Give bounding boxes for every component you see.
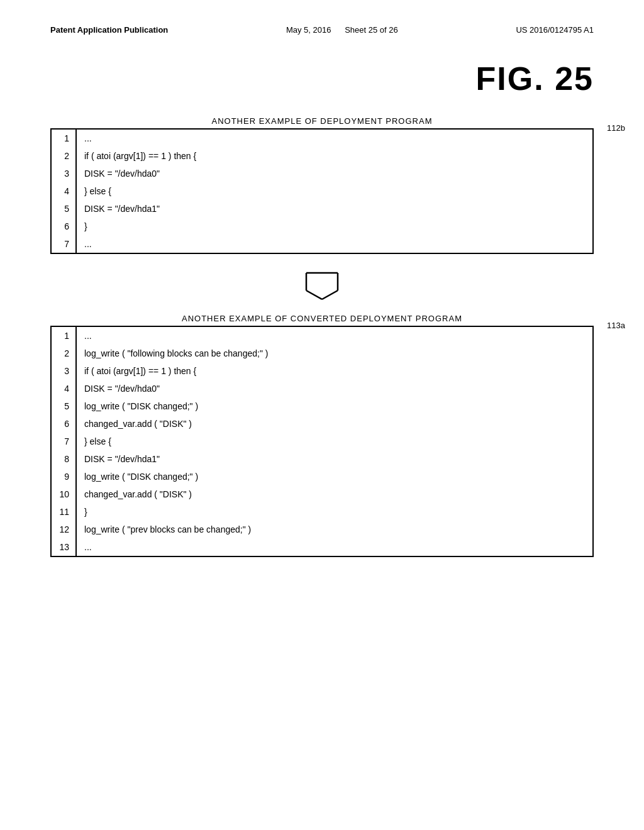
line-number: 1 [52, 130, 77, 147]
code-line: DISK = "/dev/hda1" [77, 200, 167, 218]
table-row: 2log_write ( "following blocks can be ch… [52, 345, 592, 362]
code-line: ... [77, 130, 99, 147]
line-number: 7 [52, 235, 77, 253]
code-line: DISK = "/dev/hda0" [77, 380, 167, 397]
code-line: ... [77, 327, 99, 345]
top-section: ANOTHER EXAMPLE OF DEPLOYMENT PROGRAM 1.… [50, 116, 594, 254]
bottom-ref-label: 113a [607, 321, 625, 330]
date: May 5, 2016 [286, 25, 331, 35]
table-row: 5 DISK = "/dev/hda1" [52, 200, 592, 218]
line-number: 3 [52, 165, 77, 182]
table-row: 7... [52, 235, 592, 253]
table-row: 4} else { [52, 182, 592, 200]
sheet-info: Sheet 25 of 26 [345, 25, 398, 35]
table-row: 13... [52, 538, 592, 556]
code-line: ... [77, 235, 99, 253]
table-row: 2if ( atoi (argv[1]) == 1 ) then { [52, 147, 592, 165]
table-row: 10 changed_var.add ( "DISK" ) [52, 485, 592, 503]
code-line: log_write ( "DISK changed;" ) [77, 468, 206, 485]
code-line: if ( atoi (argv[1]) == 1 ) then { [77, 147, 204, 165]
table-row: 6} [52, 218, 592, 235]
table-row: 4 DISK = "/dev/hda0" [52, 380, 592, 397]
arrow-connector [50, 267, 594, 301]
date-sheet: May 5, 2016 Sheet 25 of 26 [286, 25, 398, 35]
line-number: 3 [52, 362, 77, 380]
page: Patent Application Publication May 5, 20… [0, 0, 644, 830]
code-line: } [77, 503, 95, 521]
bottom-section: ANOTHER EXAMPLE OF CONVERTED DEPLOYMENT … [50, 314, 594, 557]
code-line: DISK = "/dev/hda0" [77, 165, 167, 182]
publication-label: Patent Application Publication [50, 25, 168, 35]
code-line: ... [77, 538, 99, 556]
line-number: 2 [52, 345, 77, 362]
table-row: 1... [52, 130, 592, 147]
svg-line-3 [306, 290, 322, 299]
bottom-section-label: ANOTHER EXAMPLE OF CONVERTED DEPLOYMENT … [50, 314, 594, 323]
bottom-code-box: 1...2log_write ( "following blocks can b… [50, 326, 594, 557]
top-section-label: ANOTHER EXAMPLE OF DEPLOYMENT PROGRAM [50, 116, 594, 126]
code-line: } [77, 218, 95, 235]
line-number: 1 [52, 327, 77, 345]
line-number: 12 [52, 521, 77, 538]
line-number: 6 [52, 218, 77, 235]
flow-arrow-icon [300, 267, 344, 301]
table-row: 3if ( atoi (argv[1]) == 1 ) then { [52, 362, 592, 380]
code-line: log_write ( "DISK changed;" ) [77, 397, 206, 415]
table-row: 12log_write ( "prev blocks can be change… [52, 521, 592, 538]
table-row: 1... [52, 327, 592, 345]
line-number: 8 [52, 450, 77, 468]
table-row: 3 DISK = "/dev/hda0" [52, 165, 592, 182]
line-number: 5 [52, 200, 77, 218]
line-number: 11 [52, 503, 77, 521]
patent-number: US 2016/0124795 A1 [516, 25, 594, 35]
code-line: } else { [77, 182, 119, 200]
table-row: 7} else { [52, 433, 592, 450]
code-line: changed_var.add ( "DISK" ) [77, 485, 199, 503]
line-number: 9 [52, 468, 77, 485]
page-header: Patent Application Publication May 5, 20… [50, 25, 594, 35]
code-line: if ( atoi (argv[1]) == 1 ) then { [77, 362, 204, 380]
code-line: } else { [77, 433, 119, 450]
code-line: log_write ( "following blocks can be cha… [77, 345, 275, 362]
line-number: 4 [52, 182, 77, 200]
line-number: 2 [52, 147, 77, 165]
table-row: 6 changed_var.add ( "DISK" ) [52, 415, 592, 433]
figure-title: FIG. 25 [50, 60, 594, 97]
table-row: 5 log_write ( "DISK changed;" ) [52, 397, 592, 415]
top-code-box: 1...2if ( atoi (argv[1]) == 1 ) then {3 … [50, 128, 594, 254]
line-number: 6 [52, 415, 77, 433]
line-number: 13 [52, 538, 77, 556]
code-line: changed_var.add ( "DISK" ) [77, 415, 199, 433]
line-number: 10 [52, 485, 77, 503]
line-number: 5 [52, 397, 77, 415]
top-ref-label: 112b [607, 123, 625, 133]
line-number: 4 [52, 380, 77, 397]
table-row: 8 DISK = "/dev/hda1" [52, 450, 592, 468]
table-row: 11} [52, 503, 592, 521]
code-line: log_write ( "prev blocks can be changed;… [77, 521, 258, 538]
line-number: 7 [52, 433, 77, 450]
table-row: 9 log_write ( "DISK changed;" ) [52, 468, 592, 485]
svg-line-4 [322, 290, 338, 299]
code-line: DISK = "/dev/hda1" [77, 450, 167, 468]
